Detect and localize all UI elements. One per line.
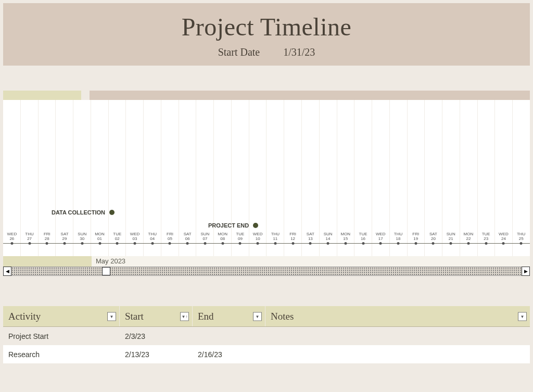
table-header: Activity ▼ Start ▼↑ End ▼ Notes ▼ xyxy=(3,306,530,327)
axis-tick: THU11 xyxy=(266,244,284,256)
milestone-marker: PROJECT END xyxy=(208,222,258,229)
filter-activity[interactable]: ▼ xyxy=(107,312,116,321)
filter-end[interactable]: ▼ xyxy=(253,312,262,321)
milestone-label: PROJECT END xyxy=(208,222,249,229)
axis-tick-dot xyxy=(64,242,66,245)
axis-tick-dot xyxy=(467,242,469,245)
axis-tick-dot xyxy=(414,242,417,245)
axis-tick: SUN07 xyxy=(196,244,214,256)
axis-tick-dot xyxy=(221,242,224,245)
axis-tick: MON15 xyxy=(337,244,354,256)
axis-tick: FRI05 xyxy=(161,244,179,256)
axis-tick: WED10 xyxy=(249,244,266,256)
month-label: May 2023 xyxy=(96,256,125,267)
milestone-dot-icon xyxy=(109,210,115,215)
axis-tick: SAT13 xyxy=(301,244,319,256)
axis-tick: SUN30 xyxy=(73,244,91,256)
month-row-left xyxy=(3,256,92,267)
legend-bar-2 xyxy=(90,91,530,100)
scroll-thumb[interactable] xyxy=(102,267,110,275)
scroll-left-button[interactable]: ◀ xyxy=(3,267,11,276)
axis-tick: WED24 xyxy=(495,244,513,256)
axis-tick: FRI12 xyxy=(284,244,302,256)
milestone-marker: DATA COLLECTION xyxy=(52,209,115,216)
axis-tick: FRI28 xyxy=(38,244,56,256)
milestone-dot-icon xyxy=(253,223,258,228)
axis-tick-dot xyxy=(309,242,312,245)
month-row: May 2023 xyxy=(3,256,530,267)
axis-tick: TUE02 xyxy=(108,244,126,256)
milestone-label: DATA COLLECTION xyxy=(52,209,105,216)
axis-tick: FRI19 xyxy=(407,244,425,256)
axis-tick-dot xyxy=(98,242,101,245)
axis-tick-dot xyxy=(502,242,505,245)
filter-start[interactable]: ▼↑ xyxy=(180,312,189,321)
axis-tick-dot xyxy=(327,242,329,245)
col-label-activity: Activity xyxy=(8,311,41,322)
axis-tick: THU04 xyxy=(144,244,161,256)
page-title: Project Timeline xyxy=(3,12,530,41)
col-header-start: Start ▼↑ xyxy=(120,306,193,326)
axis-tick-dot xyxy=(520,242,523,245)
axis-tick: WED26 xyxy=(3,244,21,256)
axis-tick: THU25 xyxy=(512,244,530,256)
start-date-label: Start Date xyxy=(218,46,260,58)
month-row-right xyxy=(92,256,530,267)
col-label-end: End xyxy=(198,311,214,322)
axis-tick-dot xyxy=(186,242,189,245)
cell-start: 2/3/23 xyxy=(120,332,193,340)
cell-activity: Project Start xyxy=(3,332,120,340)
activities-table: Activity ▼ Start ▼↑ End ▼ Notes ▼ Projec… xyxy=(3,306,530,363)
axis-tick-dot xyxy=(485,242,487,245)
axis-tick: SAT06 xyxy=(179,244,196,256)
axis-tick: TUE16 xyxy=(354,244,372,256)
date-axis: WED26THU27FRI28SAT29SUN30MON01TUE02WED03… xyxy=(3,243,530,256)
axis-tick-dot xyxy=(432,242,435,245)
axis-tick: SAT29 xyxy=(56,244,73,256)
start-date-value: 1/31/23 xyxy=(283,46,315,58)
axis-tick-dot xyxy=(151,242,154,245)
axis-tick: SUN14 xyxy=(319,244,337,256)
axis-tick-dot xyxy=(397,242,400,245)
axis-tick-dot xyxy=(239,242,242,245)
axis-tick-dot xyxy=(46,242,48,245)
cell-activity: Research xyxy=(3,350,120,359)
filter-notes[interactable]: ▼ xyxy=(518,312,527,321)
axis-tick: WED03 xyxy=(126,244,144,256)
axis-tick: TUE09 xyxy=(232,244,249,256)
axis-tick-dot xyxy=(10,242,13,245)
scroll-right-button[interactable]: ▶ xyxy=(522,267,530,276)
legend-bar-1 xyxy=(3,91,81,100)
table-row[interactable]: Research2/13/232/16/23 xyxy=(3,345,530,363)
scroll-track[interactable] xyxy=(11,267,522,276)
axis-tick-dot xyxy=(291,242,294,245)
axis-tick-dot xyxy=(81,242,83,245)
cell-start: 2/13/23 xyxy=(120,350,193,359)
axis-tick-dot xyxy=(362,242,364,245)
axis-tick-dot xyxy=(344,242,347,245)
table-row[interactable]: Project Start2/3/23 xyxy=(3,327,530,345)
col-label-start: Start xyxy=(125,311,144,322)
col-label-notes: Notes xyxy=(271,311,294,322)
axis-tick: MON22 xyxy=(460,244,477,256)
axis-tick-dot xyxy=(204,242,206,245)
axis-tick: SAT20 xyxy=(425,244,442,256)
axis-tick: TUE23 xyxy=(477,244,495,256)
timeline-chart: DATA COLLECTIONPROJECT END WED26THU27FRI… xyxy=(3,100,530,256)
axis-tick-dot xyxy=(134,242,136,245)
axis-tick-dot xyxy=(116,242,119,245)
start-date-line: Start Date 1/31/23 xyxy=(3,46,530,58)
axis-tick: WED17 xyxy=(372,244,389,256)
legend-bars xyxy=(3,91,530,100)
timeline-scrollbar[interactable]: ◀ ▶ xyxy=(3,267,530,276)
axis-tick-dot xyxy=(379,242,382,245)
axis-tick-dot xyxy=(257,242,259,245)
col-header-activity: Activity ▼ xyxy=(3,306,120,326)
axis-tick: SUN21 xyxy=(442,244,460,256)
axis-tick: MON08 xyxy=(214,244,232,256)
col-header-end: End ▼ xyxy=(193,306,265,326)
col-header-notes: Notes ▼ xyxy=(265,306,530,326)
axis-tick: THU18 xyxy=(389,244,407,256)
axis-tick-dot xyxy=(450,242,452,245)
axis-tick: MON01 xyxy=(91,244,109,256)
